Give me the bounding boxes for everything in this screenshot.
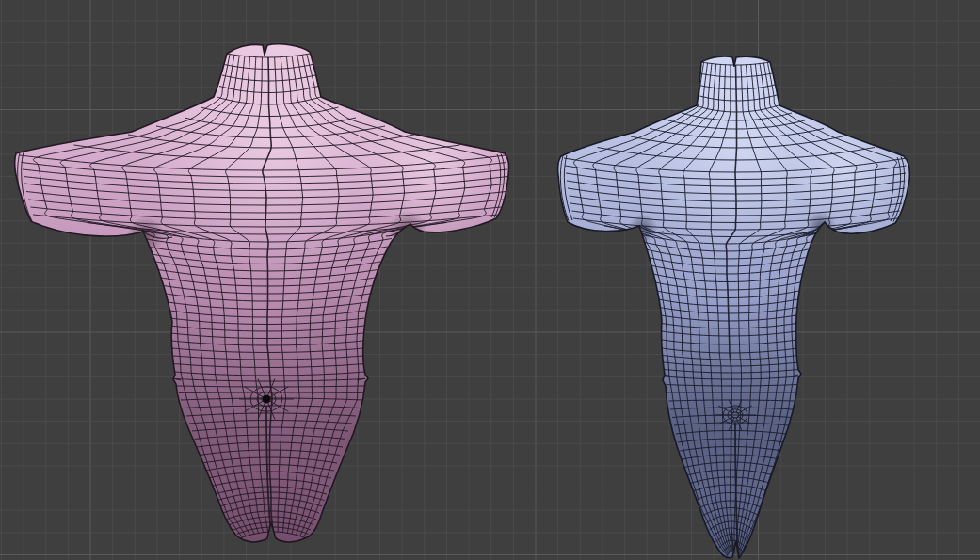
viewport-background [0,0,980,560]
object-origin-dot [263,395,270,403]
viewport-3d[interactable] [0,0,980,560]
viewport-canvas [0,0,980,560]
